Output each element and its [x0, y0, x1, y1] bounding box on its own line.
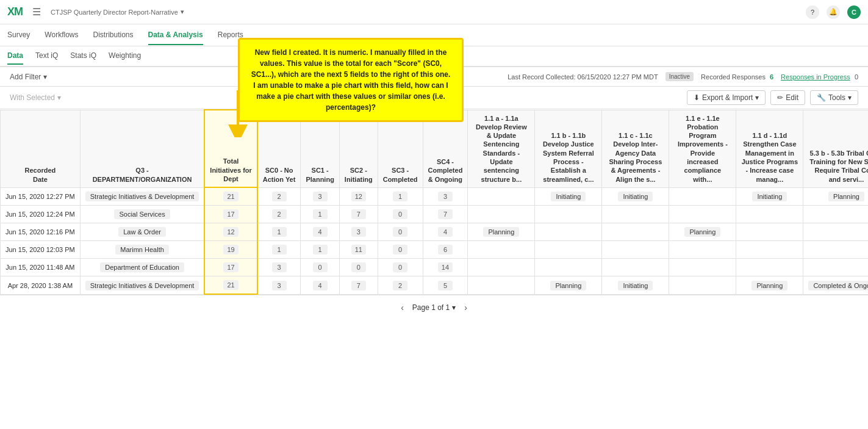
cell-col4: [669, 241, 736, 259]
sec-nav-data[interactable]: Data: [7, 48, 23, 65]
hamburger-icon[interactable]: ☰: [32, 6, 41, 18]
cell-sc1: 3: [301, 187, 339, 206]
page-info: Page 1 of 1 ▾: [412, 303, 456, 312]
cell-sc4: 6: [423, 241, 468, 259]
col-header-col4: 1.1 e - 1.1e Probation Program Improveme…: [669, 110, 736, 187]
table-row: Jun 15, 2020 12:24 PMSocial Services1721…: [1, 206, 869, 223]
add-filter-button[interactable]: Add Filter ▾: [10, 73, 47, 81]
cell-sc2: 11: [339, 241, 378, 259]
cell-date: Jun 15, 2020 12:24 PM: [1, 206, 81, 223]
col-header-col1: 1.1 a - 1.1a Develop Review & Update Sen…: [468, 110, 535, 187]
sec-nav-statsiq[interactable]: Stats iQ: [70, 48, 96, 65]
cell-dept: Marimn Health: [80, 241, 204, 259]
cell-sc0: 2: [257, 187, 301, 206]
help-icon[interactable]: ?: [806, 5, 819, 19]
notification-icon[interactable]: 🔔: [827, 5, 840, 19]
cell-col5: [736, 241, 803, 259]
sec-nav-textiq[interactable]: Text iQ: [35, 48, 58, 65]
nav-survey[interactable]: Survey: [7, 26, 30, 45]
nav-data-analysis[interactable]: Data & Analysis: [148, 26, 203, 45]
responses-in-progress-info: Responses in Progress 0: [781, 73, 858, 81]
sec-nav-weighting[interactable]: Weighting: [109, 48, 141, 65]
edit-button[interactable]: ✏ Edit: [770, 90, 805, 105]
cell-col3: [602, 259, 669, 276]
cell-sc0: 1: [257, 241, 301, 259]
cell-sc0: 1: [257, 223, 301, 241]
cell-date: Jun 15, 2020 12:16 PM: [1, 223, 81, 241]
with-selected-button[interactable]: With Selected ▾: [10, 93, 61, 102]
cell-sc2: 3: [339, 223, 378, 241]
inactive-badge: Inactive: [665, 72, 694, 81]
cell-total: 12: [204, 223, 257, 241]
cell-sc1: 1: [301, 206, 339, 223]
doc-title: CTJSP Quarterly Director Report-Narrativ…: [51, 8, 184, 16]
cell-sc0: 2: [257, 206, 301, 223]
cell-sc4: 3: [423, 187, 468, 206]
cell-total: 21: [204, 276, 257, 295]
col-header-col3: 1.1 c - 1.1c Develop Inter-Agency Data S…: [602, 110, 669, 187]
cell-dept: Department of Education: [80, 259, 204, 276]
cell-col2: Planning: [535, 276, 602, 295]
cell-total: 19: [204, 241, 257, 259]
cell-col2: Initiating: [535, 187, 602, 206]
cell-col3: [602, 206, 669, 223]
cell-sc1: 4: [301, 276, 339, 295]
cell-col4: [669, 276, 736, 295]
tools-button[interactable]: 🔧 Tools ▾: [810, 90, 858, 105]
col-header-date: RecordedDate: [1, 110, 81, 187]
nav-distributions[interactable]: Distributions: [93, 26, 133, 45]
cell-col5: [736, 259, 803, 276]
cell-total: 17: [204, 259, 257, 276]
table-row: Jun 15, 2020 12:03 PMMarimn Health191111…: [1, 241, 869, 259]
cell-col1: [468, 259, 535, 276]
cell-date: Jun 15, 2020 11:48 AM: [1, 259, 81, 276]
cell-sc4: 5: [423, 276, 468, 295]
cell-sc2: 7: [339, 206, 378, 223]
cell-col3: [602, 241, 669, 259]
export-import-button[interactable]: ⬇ Export & Import ▾: [687, 90, 766, 105]
cell-sc1: 0: [301, 259, 339, 276]
cell-total: 21: [204, 187, 257, 206]
cell-col4: [669, 259, 736, 276]
cell-sc2: 7: [339, 276, 378, 295]
cell-date: Apr 28, 2020 1:38 AM: [1, 276, 81, 295]
next-page-button[interactable]: ›: [461, 301, 471, 314]
cell-col6: [803, 223, 868, 241]
cell-sc2: 0: [339, 259, 378, 276]
cell-sc3: 0: [378, 223, 423, 241]
cell-sc4: 14: [423, 259, 468, 276]
cell-date: Jun 15, 2020 12:27 PM: [1, 187, 81, 206]
col-header-col6: 5.3 b - 5.3b Tribal Code Training for Ne…: [803, 110, 868, 187]
data-table-container[interactable]: RecordedDate Q3 -DEPARTMENT/ORGANIZATION…: [0, 109, 868, 295]
cell-sc3: 0: [378, 241, 423, 259]
cell-col1: [468, 187, 535, 206]
cell-sc3: 0: [378, 259, 423, 276]
cell-col6: Completed & Ongoing: [803, 276, 868, 295]
download-icon: ⬇: [694, 93, 700, 102]
cell-col6: [803, 241, 868, 259]
col-header-col5: 1.1 d - 1.1d Strengthen Case Management …: [736, 110, 803, 187]
cell-col4: [669, 187, 736, 206]
cell-dept: Strategic Initiatives & Development: [80, 187, 204, 206]
cell-col1: [468, 206, 535, 223]
cell-date: Jun 15, 2020 12:03 PM: [1, 241, 81, 259]
cell-total: 17: [204, 206, 257, 223]
table-row: Jun 15, 2020 12:16 PMLaw & Order1214304P…: [1, 223, 869, 241]
cell-sc3: 1: [378, 187, 423, 206]
cell-sc0: 3: [257, 259, 301, 276]
cell-sc0: 3: [257, 276, 301, 295]
cell-sc4: 4: [423, 223, 468, 241]
cell-dept: Strategic Initiatives & Development: [80, 276, 204, 295]
table-row: Apr 28, 2020 1:38 AMStrategic Initiative…: [1, 276, 869, 295]
nav-workflows[interactable]: Workflows: [45, 26, 78, 45]
cell-col5: Planning: [736, 276, 803, 295]
tools-icon: 🔧: [817, 93, 826, 102]
user-avatar[interactable]: C: [847, 5, 861, 19]
cell-col2: [535, 206, 602, 223]
cell-sc3: 2: [378, 276, 423, 295]
cell-col5: Initiating: [736, 187, 803, 206]
prev-page-button[interactable]: ‹: [397, 301, 407, 314]
cell-sc4: 7: [423, 206, 468, 223]
edit-icon: ✏: [777, 93, 783, 102]
cell-col3: [602, 223, 669, 241]
